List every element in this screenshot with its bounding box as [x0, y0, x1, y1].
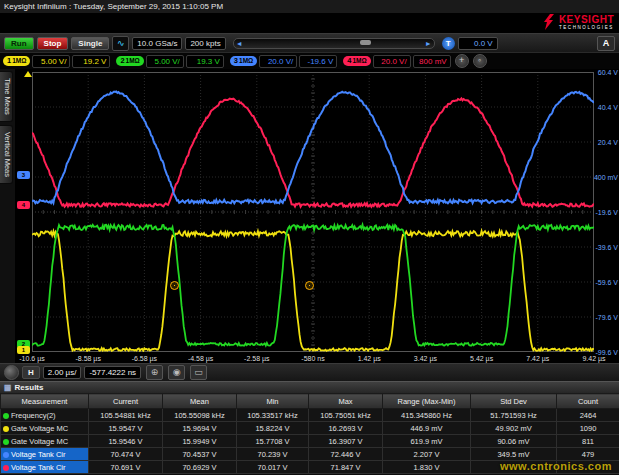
acquisition-mode-icon[interactable]: ∿ [112, 36, 129, 51]
channel-2-badge[interactable]: 21MΩ [116, 56, 143, 66]
markers-icon[interactable]: ⊕ [146, 365, 163, 380]
channel-4: 41MΩ 20.0 V/ 800 mV [343, 55, 450, 68]
sample-rate-box[interactable]: 10.0 GSa/s [132, 37, 182, 50]
measurement-std: 349.5 mV [471, 448, 557, 461]
measurement-gate-marker-1[interactable] [170, 281, 179, 290]
slider-left-arrow-icon[interactable]: ◄ [236, 39, 243, 48]
channel-4-badge[interactable]: 41MΩ [343, 56, 370, 66]
column-header[interactable]: Min [237, 394, 309, 409]
single-button[interactable]: Single [71, 37, 109, 50]
trigger-icon[interactable]: T [442, 37, 455, 50]
memory-depth-box[interactable]: 200 kpts [185, 37, 225, 50]
channel-3-ground-marker[interactable]: 3 [17, 171, 30, 179]
column-header[interactable]: Current [89, 394, 163, 409]
measurement-current: 70.691 V [89, 461, 163, 474]
display-icon[interactable]: ▭ [190, 365, 207, 380]
measurement-name[interactable]: Gate Voltage MC [1, 422, 89, 435]
channel-3-badge[interactable]: 31MΩ [230, 56, 257, 66]
measurement-name[interactable]: Voltage Tank Cir [1, 448, 89, 461]
keysight-logo: KEYSIGHT TECHNOLOGIES [542, 14, 614, 31]
y-axis-label: -19.6 V [595, 209, 618, 216]
window-title: Keysight Infiniium : Tuesday, September … [4, 2, 223, 11]
x-axis-label: -10.6 µs [19, 355, 44, 362]
annotation-icon[interactable]: A [597, 36, 615, 51]
x-axis-label: -580 ns [301, 355, 324, 362]
add-waveform-button[interactable]: + [455, 54, 469, 68]
slider-thumb[interactable] [360, 40, 371, 45]
measurement-row[interactable]: Gate Voltage MC15.9546 V15.9949 V15.7708… [1, 435, 619, 448]
channel-1-scale[interactable]: 5.00 V/ [32, 55, 70, 68]
horizontal-knob-icon[interactable] [4, 365, 19, 380]
tab-vertical-meas[interactable]: Vertical Meas [0, 125, 13, 184]
column-header[interactable]: Range (Max-Min) [383, 394, 471, 409]
logo-brand: KEYSIGHT [559, 15, 614, 25]
acquisition-toolbar: Run Stop Single ∿ 10.0 GSa/s 200 kpts ◄ … [0, 33, 619, 52]
x-axis-label: 7.42 µs [526, 355, 549, 362]
channel-3-scale[interactable]: 20.0 V/ [259, 55, 297, 68]
measurement-std: 51.751593 Hz [471, 409, 557, 422]
stop-button[interactable]: Stop [37, 37, 69, 50]
horizontal-position-slider[interactable]: ◄ ► [233, 38, 435, 49]
watermark: www.cntronics.com [500, 460, 612, 472]
channel-4-scale[interactable]: 20.0 V/ [373, 55, 411, 68]
x-axis-label: -8.58 µs [75, 355, 100, 362]
column-header[interactable]: Count [557, 394, 619, 409]
slider-right-arrow-icon[interactable]: ► [425, 39, 432, 48]
timebase-scale-box[interactable]: 2.00 µs/ [43, 366, 82, 379]
column-header[interactable]: Std Dev [471, 394, 557, 409]
y-axis-label: 20.4 V [598, 139, 618, 146]
measurement-row[interactable]: Gate Voltage MC15.9547 V15.9694 V15.8224… [1, 422, 619, 435]
measurement-count: 479 [557, 448, 619, 461]
measurement-name[interactable]: Gate Voltage MC [1, 435, 89, 448]
x-axis-label: 5.42 µs [470, 355, 493, 362]
channel-1-offset[interactable]: 19.2 V [72, 55, 110, 68]
measurement-mean: 70.4537 V [163, 448, 237, 461]
column-header[interactable]: Mean [163, 394, 237, 409]
scope-graticule [32, 72, 594, 352]
timebase-position-box[interactable]: -577.4222 ns [84, 366, 141, 379]
channel-2: 21MΩ 5.00 V/ 19.3 V [116, 55, 223, 68]
trigger-level-box[interactable]: 0.0 V [458, 37, 498, 50]
measurement-range: 446.9 mV [383, 422, 471, 435]
y-axis-label: -79.6 V [595, 314, 618, 321]
ch1-offset-clamp-marker[interactable] [24, 71, 32, 77]
horizontal-label[interactable]: H [22, 366, 40, 379]
measurement-name[interactable]: Voltage Tank Cir [1, 461, 89, 474]
channel-dot [3, 426, 9, 432]
channel-1-badge[interactable]: 11MΩ [3, 56, 30, 66]
tab-time-meas[interactable]: Time Meas [0, 71, 13, 122]
measurement-current: 105.54881 kHz [89, 409, 163, 422]
waveform-area: Time Meas Vertical Meas 60.4 V40.4 V20.4… [0, 69, 619, 363]
measurement-gate-marker-2[interactable] [305, 281, 314, 290]
measurement-range: 619.9 mV [383, 435, 471, 448]
waveform-menu-button[interactable]: ◦ [473, 54, 487, 68]
column-header[interactable]: Max [309, 394, 383, 409]
channel-3: 31MΩ 20.0 V/ -19.6 V [230, 55, 337, 68]
y-axis-label: -59.6 V [595, 279, 618, 286]
channel-4-ground-marker[interactable]: 4 [17, 201, 30, 209]
channel-2-scale[interactable]: 5.00 V/ [146, 55, 184, 68]
measure-icon[interactable]: ◉ [168, 365, 185, 380]
run-button[interactable]: Run [4, 37, 34, 50]
measurement-mean: 15.9949 V [163, 435, 237, 448]
measurement-current: 15.9547 V [89, 422, 163, 435]
measurement-max: 16.2693 V [309, 422, 383, 435]
left-tab-strip: Time Meas Vertical Meas [0, 69, 15, 365]
channel-dot [3, 452, 9, 458]
channel-dot [3, 465, 9, 471]
measurement-max: 16.3907 V [309, 435, 383, 448]
channel-4-offset[interactable]: 800 mV [413, 55, 451, 68]
waveform-display[interactable] [32, 72, 594, 352]
channel-bar: 11MΩ 5.00 V/ 19.2 V 21MΩ 5.00 V/ 19.3 V … [3, 55, 451, 68]
measurement-row[interactable]: Voltage Tank Cir70.474 V70.4537 V70.239 … [1, 448, 619, 461]
channel-3-offset[interactable]: -19.6 V [299, 55, 337, 68]
measurement-row[interactable]: Frequency(2)105.54881 kHz105.55098 kHz10… [1, 409, 619, 422]
measurement-std: 90.06 mV [471, 435, 557, 448]
measurement-name[interactable]: Frequency(2) [1, 409, 89, 422]
measurement-max: 72.446 V [309, 448, 383, 461]
channel-1-ground-marker[interactable]: 1 [17, 346, 30, 354]
column-header[interactable]: Measurement [1, 394, 89, 409]
channel-2-offset[interactable]: 19.3 V [186, 55, 224, 68]
measurement-current: 70.474 V [89, 448, 163, 461]
x-axis-label: -6.58 µs [132, 355, 157, 362]
